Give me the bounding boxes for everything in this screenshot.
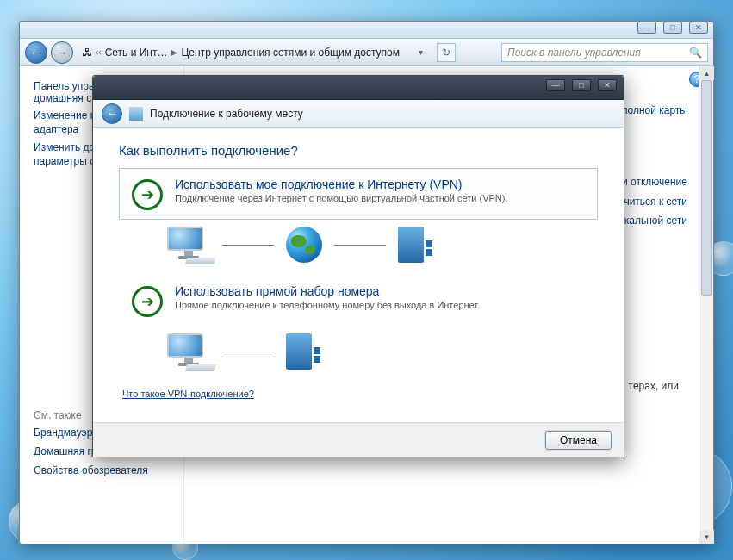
address-bar: ← → 🖧 ‹‹ Сеть и Инт… ▶ Центр управления … [20, 39, 713, 66]
server-icon [286, 333, 312, 370]
arrow-right-icon [132, 286, 163, 317]
dialup-illustration [167, 333, 598, 370]
dialog-maximize-button[interactable]: □ [572, 79, 591, 91]
window-titlebar: — □ ✕ [20, 22, 713, 39]
scroll-up-button[interactable]: ▲ [699, 66, 714, 80]
globe-icon [286, 227, 322, 263]
vpn-illustration [167, 227, 598, 263]
dialog-header: ← Подключение к рабочему месту [93, 100, 624, 128]
option-vpn-subtitle: Подключение через Интернет с помощью вир… [175, 193, 508, 203]
scrollbar[interactable]: ▲ ▼ [699, 66, 713, 544]
computer-icon [167, 227, 210, 263]
arrow-right-icon [132, 179, 163, 210]
maximize-button[interactable]: □ [663, 22, 682, 34]
search-input[interactable]: Поиск в панели управления [501, 43, 708, 62]
breadcrumb[interactable]: 🖧 ‹‹ Сеть и Инт… ▶ Центр управления сетя… [77, 47, 430, 59]
scroll-thumb[interactable] [701, 80, 712, 296]
dialog-title: Подключение к рабочему месту [150, 108, 303, 120]
computer-icon [167, 333, 210, 370]
dialog-titlebar: — □ ✕ [93, 76, 624, 100]
option-dialup[interactable]: Использовать прямой набор номера Прямое … [119, 275, 598, 327]
what-is-vpn-link[interactable]: Что такое VPN-подключение? [122, 389, 254, 399]
dialog-heading: Как выполнить подключение? [119, 143, 598, 158]
text-fragment: терах, или [629, 380, 679, 392]
workplace-icon [129, 107, 143, 121]
refresh-button[interactable]: ↻ [437, 43, 456, 62]
dialog-back-button[interactable]: ← [102, 103, 122, 124]
close-button[interactable]: ✕ [689, 22, 708, 34]
dialog-close-button[interactable]: ✕ [598, 79, 617, 91]
nav-back-button[interactable]: ← [25, 41, 47, 64]
breadcrumb-seg[interactable]: Центр управления сетями и общим доступом [181, 47, 400, 59]
network-icon: 🖧 [82, 47, 92, 59]
server-icon [398, 227, 424, 263]
sidebar-link-ie-options[interactable]: Свойства обозревателя [34, 464, 177, 478]
nav-forward-button[interactable]: → [51, 41, 73, 64]
breadcrumb-seg[interactable]: Сеть и Инт… [105, 47, 168, 59]
option-vpn[interactable]: Использовать мое подключение к Интернету… [119, 168, 598, 220]
option-vpn-title: Использовать мое подключение к Интернету… [175, 177, 508, 191]
connect-workplace-dialog: — □ ✕ ← Подключение к рабочему месту Как… [92, 75, 624, 457]
option-dialup-title: Использовать прямой набор номера [175, 284, 480, 298]
option-dialup-subtitle: Прямое подключение к телефонному номеру … [175, 300, 480, 310]
dialog-footer: Отмена [93, 422, 624, 457]
scroll-down-button[interactable]: ▼ [699, 530, 714, 544]
cancel-button[interactable]: Отмена [545, 431, 612, 450]
dialog-minimize-button[interactable]: — [546, 79, 565, 91]
minimize-button[interactable]: — [637, 22, 656, 34]
